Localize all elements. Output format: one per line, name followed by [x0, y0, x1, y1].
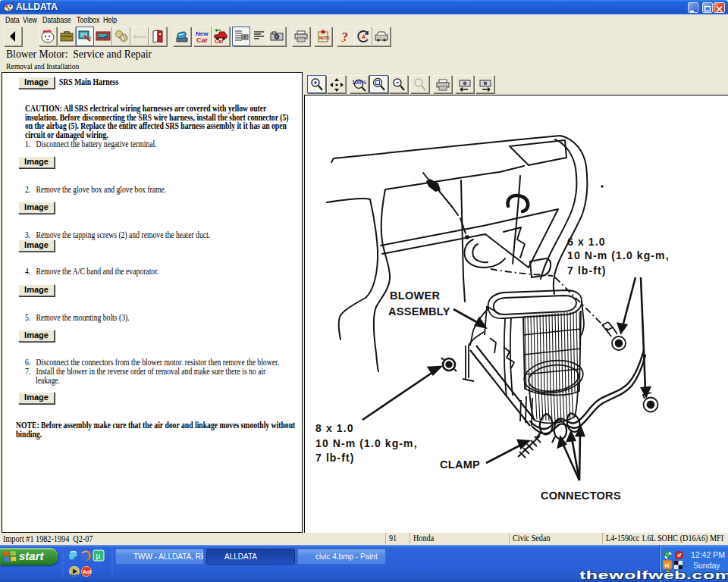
- svg-text:ASSEMBLY: ASSEMBLY: [388, 305, 450, 318]
- svg-text:10 N-m (1.0 kg-m,: 10 N-m (1.0 kg-m,: [315, 437, 418, 449]
- svg-text:NOTE: NOTE: [319, 36, 331, 40]
- svg-text:8 x 1.0: 8 x 1.0: [315, 422, 354, 434]
- svg-text:Aol: Aol: [83, 569, 91, 574]
- svg-text:7 lb-ft): 7 lb-ft): [567, 264, 607, 277]
- svg-text:Browse: Browse: [133, 34, 146, 39]
- svg-text:Car: Car: [215, 39, 224, 44]
- svg-text:10 N-m (1.0 kg-m,: 10 N-m (1.0 kg-m,: [567, 249, 670, 261]
- svg-text:7 lb-ft): 7 lb-ft): [315, 452, 355, 464]
- svg-text:BLOWER: BLOWER: [390, 289, 440, 302]
- svg-text:Car: Car: [196, 36, 209, 44]
- svg-text:CONNECTORS: CONNECTORS: [541, 490, 621, 502]
- svg-text:6 x 1.0: 6 x 1.0: [567, 236, 606, 248]
- svg-text:A: A: [362, 34, 366, 39]
- svg-text:CLAMP: CLAMP: [440, 458, 480, 471]
- svg-text:µ: µ: [96, 552, 101, 560]
